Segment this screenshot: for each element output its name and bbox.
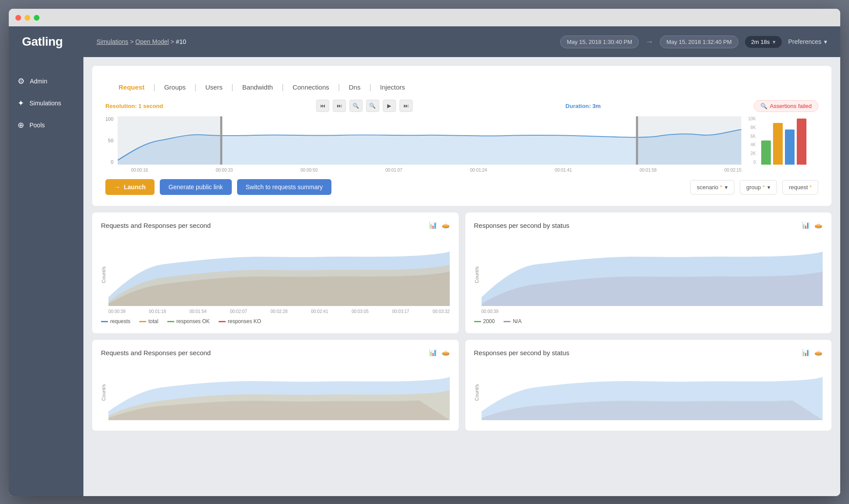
- chart2-body: Count/s 00:00:39: [474, 236, 823, 314]
- zoom-in-button[interactable]: 🔍: [366, 100, 379, 112]
- legend-responses-ko: responses KO: [219, 318, 261, 324]
- timeline-section: Resolution: 1 second ⏮ ⏭ 🔍 🔍 ▶ ⏭ D: [101, 100, 823, 173]
- chart3-icons: 📊 🥧: [429, 349, 450, 356]
- preferences-button[interactable]: Preferences ▾: [788, 38, 827, 45]
- sidebar-item-simulations[interactable]: ✦ Simulations: [9, 92, 83, 114]
- launch-label: Launch: [124, 184, 146, 191]
- chart4-title: Responses per second by status 📊 🥧: [474, 349, 823, 356]
- launch-button[interactable]: → Launch: [105, 179, 155, 195]
- charts-grid: Requests and Responses per second 📊 🥧 Co…: [92, 212, 831, 431]
- tabs-card: Request | Groups | Users | Bandwidth | C…: [92, 66, 831, 206]
- pie-chart-icon-3[interactable]: 🥧: [442, 349, 450, 356]
- assertions-failed-badge: 🔍 Assertions failed: [754, 100, 818, 112]
- side-chart-y-axis: 10K 8K 6K 4K 2K 0: [748, 116, 758, 165]
- main-layout: ⚙ Admin ✦ Simulations ⊕ Pools Request | …: [9, 57, 840, 496]
- chart4-body: Count/s: [474, 363, 823, 422]
- duration-dropdown-icon[interactable]: ▾: [773, 39, 776, 45]
- timeline-x-labels: 00:00:16 00:00:33 00:00:50 00:01:07 00:0…: [118, 168, 741, 173]
- zoom-out-button[interactable]: 🔍: [349, 100, 363, 112]
- chart-y-axis: 100 50 0: [105, 116, 115, 165]
- time-end-badge: May 15, 2018 1:32:40 PM: [660, 36, 738, 48]
- chart3-body: Count/s: [101, 363, 450, 422]
- duration-value: 2m 18s: [751, 39, 770, 45]
- chart2-legend: 2000 N/A: [474, 318, 823, 324]
- chart1-svg: [108, 236, 450, 306]
- resolution-value: 1 second: [138, 103, 163, 109]
- skip-to-end-button[interactable]: ⏭: [399, 100, 413, 112]
- legend-na: N/A: [504, 318, 522, 324]
- tab-injectors[interactable]: Injectors: [371, 81, 414, 93]
- timeline-svg: [118, 116, 741, 165]
- legend-responses-ok: responses OK: [167, 318, 210, 324]
- side-bar-chart: 10K 8K 6K 4K 2K 0: [748, 116, 818, 165]
- tab-connections[interactable]: Connections: [284, 81, 338, 93]
- legend-label-responses-ok: responses OK: [176, 318, 210, 324]
- duration-info: Duration: 3m: [565, 103, 601, 109]
- legend-dot-total: [139, 321, 146, 322]
- chart3-title-label: Requests and Responses per second: [101, 349, 211, 356]
- bar-chart-icon-3[interactable]: 📊: [429, 349, 437, 356]
- time-start-badge: May 15, 2018 1:30:40 PM: [560, 36, 639, 48]
- sidebar-label-simulations: Simulations: [29, 100, 61, 107]
- admin-icon: ⚙: [18, 76, 25, 86]
- bar-blue: [785, 130, 795, 165]
- chart4-svg: [482, 363, 823, 420]
- timeline-header: Resolution: 1 second ⏮ ⏭ 🔍 🔍 ▶ ⏭ D: [105, 100, 818, 112]
- chart2-title: Responses per second by status 📊 🥧: [474, 221, 823, 229]
- bar-chart-icon-1[interactable]: 📊: [429, 221, 437, 229]
- app-window: Gatling Simulations > Open Model > #10 M…: [9, 9, 840, 496]
- legend-label-2000: 2000: [483, 318, 495, 324]
- chart1-body: Count/s 00:00:39 00:01:18: [101, 236, 450, 314]
- legend-requests: requests: [101, 318, 130, 324]
- chart3-y-label: Count/s: [101, 384, 106, 401]
- legend-dot-na: [504, 321, 511, 322]
- pie-chart-icon-1[interactable]: 🥧: [442, 221, 450, 229]
- step-back-button[interactable]: ⏭: [333, 100, 346, 112]
- sidebar-item-admin[interactable]: ⚙ Admin: [9, 70, 83, 92]
- minimize-dot[interactable]: [25, 15, 30, 21]
- chart2-icons: 📊 🥧: [802, 221, 823, 229]
- close-dot[interactable]: [15, 15, 21, 21]
- tab-dns[interactable]: Dns: [340, 81, 369, 93]
- chart4-y-label: Count/s: [474, 384, 479, 401]
- legend-dot-requests: [101, 321, 108, 322]
- request-filter[interactable]: request *: [782, 180, 818, 194]
- logo: Gatling: [22, 35, 79, 49]
- bar-green: [761, 140, 771, 165]
- step-forward-button[interactable]: ▶: [383, 100, 396, 112]
- maximize-dot[interactable]: [34, 15, 40, 21]
- preferences-dropdown-icon: ▾: [824, 38, 827, 45]
- chart1-svg-container: 00:00:39 00:01:18 00:01:54 00:02:07 00:0…: [108, 236, 450, 314]
- chart2-svg-container: 00:00:39: [482, 236, 823, 314]
- tab-nav: Request | Groups | Users | Bandwidth | C…: [101, 75, 823, 100]
- time-arrow-icon: →: [645, 37, 653, 47]
- tab-groups[interactable]: Groups: [155, 81, 194, 93]
- bar-chart-icon-4[interactable]: 📊: [802, 349, 810, 356]
- legend-dot-responses-ko: [219, 321, 226, 322]
- sidebar-label-admin: Admin: [30, 78, 47, 85]
- scenario-filter[interactable]: scenario * ▾: [690, 180, 734, 194]
- timeline-controls: ⏮ ⏭ 🔍 🔍 ▶ ⏭: [316, 100, 413, 112]
- skip-to-start-button[interactable]: ⏮: [316, 100, 329, 112]
- tab-request[interactable]: Request: [110, 81, 153, 93]
- switch-to-requests-summary-button[interactable]: Switch to requests summary: [237, 179, 332, 195]
- bar-chart-icon-2[interactable]: 📊: [802, 221, 810, 229]
- chart3-title: Requests and Responses per second 📊 🥧: [101, 349, 450, 356]
- group-filter[interactable]: group * ▾: [740, 180, 777, 194]
- tab-users[interactable]: Users: [197, 81, 231, 93]
- pie-chart-icon-4[interactable]: 🥧: [814, 349, 823, 356]
- duration-badge: 2m 18s ▾: [745, 36, 782, 48]
- breadcrumb-model[interactable]: Open Model: [135, 38, 169, 45]
- sidebar-item-pools[interactable]: ⊕ Pools: [9, 114, 83, 136]
- breadcrumb-simulations[interactable]: Simulations: [97, 38, 128, 45]
- legend-label-total: total: [148, 318, 158, 324]
- resolution-label: Resolution:: [105, 103, 137, 109]
- bar-orange: [773, 123, 783, 165]
- pie-chart-icon-2[interactable]: 🥧: [814, 221, 823, 229]
- tab-bandwidth[interactable]: Bandwidth: [234, 81, 282, 93]
- chart4-svg-container: [482, 363, 823, 422]
- generate-public-link-button[interactable]: Generate public link: [160, 179, 232, 195]
- chart2-x-labels: 00:00:39: [482, 309, 823, 314]
- chart2-title-label: Responses per second by status: [474, 222, 570, 229]
- chart-requests-responses-2: Requests and Responses per second 📊 🥧 Co…: [92, 340, 459, 431]
